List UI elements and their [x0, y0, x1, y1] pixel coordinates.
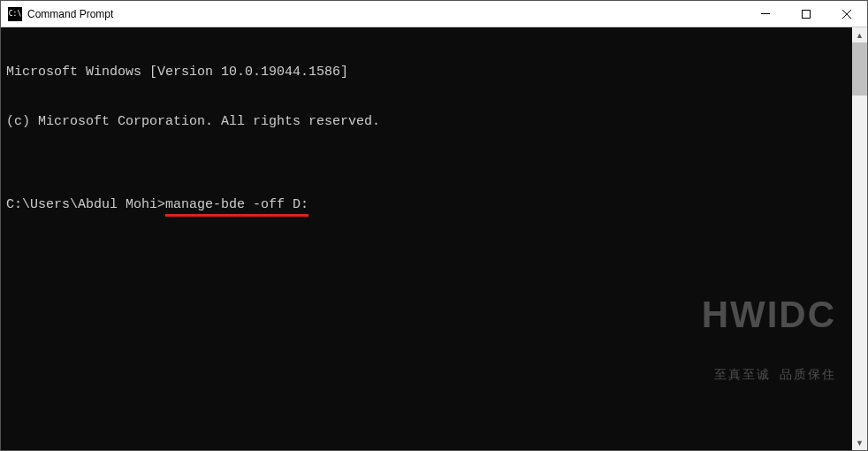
scrollbar-track[interactable]: [852, 96, 867, 435]
watermark: HWIDC 至真至诚 品质保住: [702, 259, 836, 417]
app-icon: C:\: [8, 7, 22, 21]
minimize-button[interactable]: [745, 1, 786, 27]
command-text: manage-bde -off D:: [165, 197, 308, 214]
window-title: Command Prompt: [27, 8, 745, 20]
content-area: Microsoft Windows [Version 10.0.19044.15…: [1, 27, 867, 450]
command-prompt-window: C:\ Command Prompt Microsoft Windows [Ve…: [0, 0, 868, 451]
scrollbar-down-button[interactable]: ▼: [852, 435, 867, 450]
scrollbar-up-button[interactable]: ▲: [852, 27, 867, 42]
titlebar[interactable]: C:\ Command Prompt: [1, 1, 867, 27]
terminal-output[interactable]: Microsoft Windows [Version 10.0.19044.15…: [1, 27, 852, 450]
terminal-line: (c) Microsoft Corporation. All rights re…: [6, 114, 847, 131]
terminal-prompt-line: C:\Users\Abdul Mohi>manage-bde -off D:: [6, 197, 847, 214]
close-button[interactable]: [826, 1, 867, 27]
watermark-main: HWIDC: [702, 292, 836, 339]
minimize-icon: [761, 13, 770, 14]
scrollbar-thumb[interactable]: [852, 42, 867, 96]
vertical-scrollbar[interactable]: ▲ ▼: [852, 27, 867, 450]
terminal-line: Microsoft Windows [Version 10.0.19044.15…: [6, 65, 847, 81]
close-icon: [842, 10, 851, 19]
watermark-sub: 至真至诚 品质保住: [702, 368, 836, 384]
window-controls: [745, 1, 867, 27]
prompt-text: C:\Users\Abdul Mohi>: [6, 197, 165, 214]
maximize-button[interactable]: [786, 1, 826, 27]
maximize-icon: [802, 10, 811, 19]
